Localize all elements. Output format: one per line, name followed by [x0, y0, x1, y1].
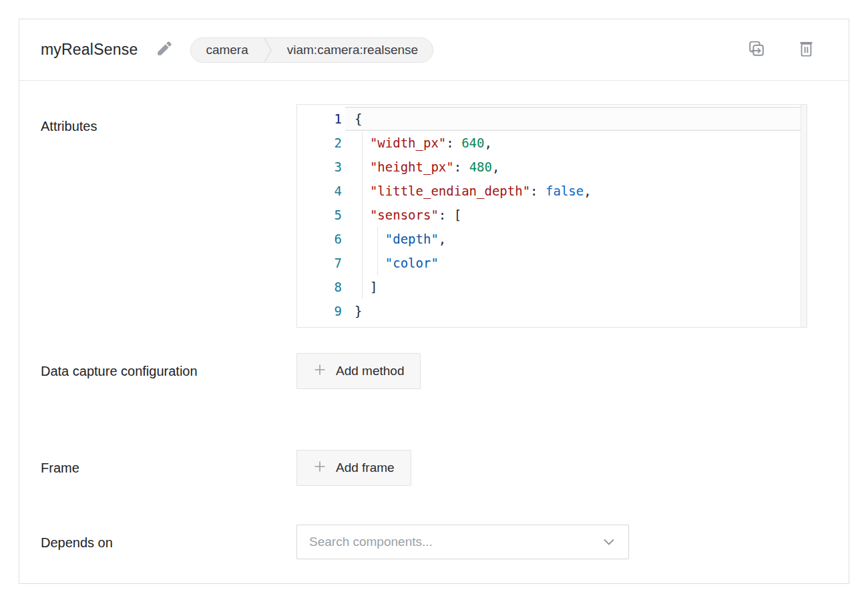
line-content: } — [345, 299, 807, 323]
add-method-button[interactable]: Add method — [296, 353, 421, 389]
code-line: 7 "color" — [297, 251, 807, 275]
depends-on-select[interactable]: Search components... — [296, 525, 629, 559]
add-frame-label: Add frame — [336, 461, 395, 475]
indent-guide — [362, 179, 363, 203]
plus-icon — [313, 460, 327, 477]
line-number: 9 — [297, 299, 345, 323]
delete-button[interactable] — [797, 39, 815, 61]
line-content: "sensors": [ — [345, 203, 807, 227]
editor-scrollbar[interactable] — [801, 105, 807, 327]
code-line: 1{ — [297, 107, 807, 131]
duplicate-button[interactable] — [746, 39, 767, 61]
line-number: 7 — [297, 251, 345, 275]
breadcrumb: camera viam:camera:realsense — [190, 37, 433, 63]
breadcrumb-model: viam:camera:realsense — [272, 43, 433, 57]
line-number: 6 — [297, 227, 345, 251]
depends-on-label: Depends on — [41, 525, 214, 555]
header-actions — [746, 39, 815, 61]
pencil-icon — [155, 40, 173, 60]
attributes-json-editor[interactable]: 1{2 "width_px": 640,3 "height_px": 480,4… — [296, 104, 807, 328]
breadcrumb-type: camera — [191, 43, 262, 57]
line-number: 8 — [297, 275, 345, 299]
indent-guide — [362, 131, 363, 155]
line-content: ] — [345, 275, 807, 299]
indent-guide — [362, 155, 363, 179]
code-line: 4 "little_endian_depth": false, — [297, 179, 807, 203]
line-content: "width_px": 640, — [345, 131, 807, 155]
depends-on-row: Depends on Search components... — [41, 525, 809, 559]
duplicate-icon — [746, 39, 767, 61]
component-name: myRealSense — [41, 41, 138, 59]
component-card: myRealSense camera viam:camera:realsense — [19, 19, 849, 584]
line-number: 2 — [297, 131, 345, 155]
plus-icon — [313, 363, 327, 380]
code-line: 9} — [297, 299, 807, 323]
code-line: 3 "height_px": 480, — [297, 155, 807, 179]
chevron-down-icon — [603, 538, 615, 546]
code-lines: 1{2 "width_px": 640,3 "height_px": 480,4… — [297, 105, 807, 323]
code-line: 2 "width_px": 640, — [297, 131, 807, 155]
line-content: "depth", — [345, 227, 807, 251]
code-line: 8 ] — [297, 275, 807, 299]
line-number: 5 — [297, 203, 345, 227]
trash-icon — [797, 39, 815, 61]
line-content: { — [345, 107, 807, 131]
indent-guide — [362, 227, 363, 251]
add-frame-button[interactable]: Add frame — [296, 450, 411, 486]
line-number: 3 — [297, 155, 345, 179]
indent-guide — [362, 203, 363, 227]
rename-button[interactable] — [155, 40, 173, 60]
line-content: "color" — [345, 251, 807, 275]
data-capture-label: Data capture configuration — [41, 353, 214, 384]
data-capture-row: Data capture configuration Add method — [41, 353, 809, 409]
indent-guide — [377, 227, 378, 251]
indent-guide — [362, 275, 363, 299]
component-body: Attributes 1{2 "width_px": 640,3 "height… — [19, 81, 849, 585]
code-line: 5 "sensors": [ — [297, 203, 807, 227]
frame-label: Frame — [41, 450, 214, 481]
component-header: myRealSense camera viam:camera:realsense — [19, 19, 849, 81]
line-content: "height_px": 480, — [345, 155, 807, 179]
line-content: "little_endian_depth": false, — [345, 179, 807, 203]
breadcrumb-separator-icon — [263, 37, 272, 63]
indent-guide — [362, 251, 363, 275]
frame-row: Frame Add frame — [41, 450, 809, 486]
line-number: 4 — [297, 179, 345, 203]
line-number: 1 — [297, 107, 345, 131]
depends-on-placeholder: Search components... — [309, 535, 433, 549]
attributes-label: Attributes — [41, 104, 214, 139]
add-method-label: Add method — [336, 364, 404, 378]
attributes-row: Attributes 1{2 "width_px": 640,3 "height… — [41, 104, 809, 328]
code-line: 6 "depth", — [297, 227, 807, 251]
indent-guide — [377, 251, 378, 275]
